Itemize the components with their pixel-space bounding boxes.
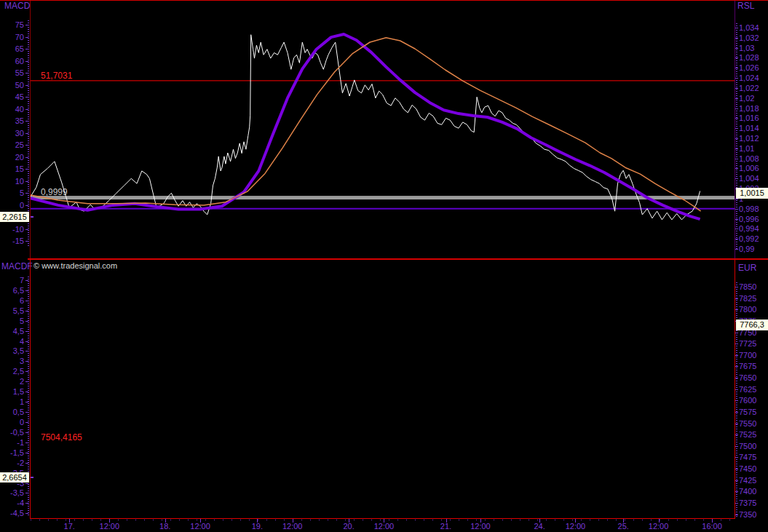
x-axis-tick xyxy=(349,519,349,523)
bottom-left-tick xyxy=(25,422,28,423)
bottom-right-value-box: 7766,3 xyxy=(736,319,768,330)
bottom-right-tick xyxy=(735,491,738,492)
x-axis-minor-ticks xyxy=(31,520,735,520)
bottom-left-tick-label: -2 xyxy=(0,458,24,467)
top-right-tick-label: 1,028 xyxy=(739,53,759,62)
top-left-tick-label: 10 xyxy=(0,177,24,186)
top-panel-top-border xyxy=(0,0,768,1)
top-plot-area[interactable] xyxy=(31,0,735,259)
top-left-tick xyxy=(25,205,28,206)
top-left-tick xyxy=(25,49,28,49)
top-right-tick-label: 1,026 xyxy=(739,63,759,72)
top-right-tick-label: 1,004 xyxy=(739,174,759,183)
top-left-tick xyxy=(25,85,28,86)
bottom-right-tick xyxy=(735,287,738,287)
bottom-right-tick xyxy=(735,309,738,310)
top-right-tick-label: 1,008 xyxy=(739,154,759,163)
bottom-left-tick-label: 0 xyxy=(0,418,24,426)
top-right-tick-label: 1,01 xyxy=(739,144,754,153)
bottom-right-tick xyxy=(735,503,738,504)
x-axis-tick xyxy=(575,519,576,523)
top-left-tick-label: 70 xyxy=(0,33,24,41)
top-right-tick xyxy=(735,48,738,49)
series-rsl-price xyxy=(31,35,700,220)
top-left-tick xyxy=(25,61,28,62)
bottom-left-tick-label: -1 xyxy=(0,438,24,447)
top-left-axis-title: MACD xyxy=(4,1,30,11)
bottom-right-tick xyxy=(735,366,738,367)
bottom-left-tick xyxy=(25,331,28,332)
top-right-tick xyxy=(735,128,738,129)
top-left-tick-label: 65 xyxy=(0,44,24,53)
bottom-right-tick xyxy=(735,412,738,413)
top-right-tick-label: 1,014 xyxy=(739,124,759,132)
bottom-left-tick-label: 3 xyxy=(0,357,24,365)
top-left-tick xyxy=(25,73,28,74)
x-axis-label: 12:00 xyxy=(466,522,495,531)
bottom-left-tick xyxy=(25,280,28,281)
top-right-axis-title: RSL xyxy=(737,1,754,11)
top-left-tick-label: 60 xyxy=(0,57,24,65)
bottom-left-tick-label: 2 xyxy=(0,377,24,386)
top-left-tick-label: 25 xyxy=(0,140,24,149)
top-right-tick xyxy=(735,98,738,99)
trading-chart-window: MACD RSL MACDF EUR © www.tradesignal.com… xyxy=(0,0,768,532)
bottom-left-axis-title: MACDF xyxy=(1,262,33,271)
top-left-tick-label: 75 xyxy=(0,20,24,29)
bottom-right-tick xyxy=(735,446,738,447)
top-left-tick xyxy=(25,121,28,122)
top-right-tick xyxy=(735,199,738,199)
bottom-right-tick xyxy=(735,389,738,390)
bottom-left-tick-label: 1,5 xyxy=(0,387,24,396)
bottom-left-tick xyxy=(25,361,28,362)
top-left-tick-label: 0 xyxy=(0,201,24,210)
x-axis-label: 12:00 xyxy=(186,522,215,531)
bottom-left-tick-label: -4 xyxy=(0,499,24,507)
top-right-tick xyxy=(735,28,738,28)
bottom-left-tick-label: 4,5 xyxy=(0,327,24,336)
bottom-left-tick-label: 6 xyxy=(0,296,24,305)
ref-unity-band xyxy=(31,196,735,199)
bottom-left-tick-label: 5 xyxy=(0,317,24,325)
top-right-tick xyxy=(735,239,738,239)
bottom-left-tick xyxy=(25,341,28,342)
top-right-tick-label: 1,03 xyxy=(739,44,754,52)
bottom-left-tick xyxy=(25,392,28,392)
top-right-tick xyxy=(735,38,738,39)
x-axis-label: 21. xyxy=(432,522,461,531)
watermark: © www.tradesignal.com xyxy=(33,261,117,271)
bottom-left-tick xyxy=(25,321,28,322)
top-left-tick-label: 20 xyxy=(0,153,24,162)
top-right-tick xyxy=(735,57,738,58)
top-right-tick xyxy=(735,209,738,210)
bottom-left-tick xyxy=(25,483,28,484)
bottom-left-tick-label: 3,5 xyxy=(0,346,24,355)
top-right-tick xyxy=(735,168,738,169)
bottom-left-tick xyxy=(25,513,28,514)
bottom-left-value-box: 2,6654 xyxy=(0,472,29,483)
series-rsl-ma-slow xyxy=(31,34,700,219)
x-axis-tick xyxy=(659,519,660,523)
bottom-panel-right-border xyxy=(735,260,735,518)
bottom-right-tick xyxy=(735,344,738,344)
top-left-tick-label: 45 xyxy=(0,92,24,101)
x-axis-tick xyxy=(539,519,540,523)
top-left-tick xyxy=(25,25,28,25)
top-left-tick xyxy=(25,133,28,134)
top-left-tick xyxy=(25,169,28,170)
bottom-left-tick xyxy=(25,402,28,402)
top-right-tick-label: 1,024 xyxy=(739,74,759,82)
bottom-left-tick-label: 7 xyxy=(0,276,24,285)
top-right-tick xyxy=(735,219,738,220)
bottom-left-tick xyxy=(25,371,28,372)
top-right-tick-label: 0,998 xyxy=(739,205,759,213)
bottom-plot-area[interactable] xyxy=(31,260,768,519)
top-right-tick xyxy=(735,249,738,250)
x-axis-label: 12:00 xyxy=(644,522,673,531)
top-right-tick-label: 1,02 xyxy=(739,94,754,103)
bottom-right-tick xyxy=(735,400,738,401)
bottom-right-tick xyxy=(735,515,738,515)
top-right-tick-label: 1,022 xyxy=(739,84,759,92)
top-left-tick-label: 40 xyxy=(0,105,24,114)
top-left-tick xyxy=(25,157,28,158)
